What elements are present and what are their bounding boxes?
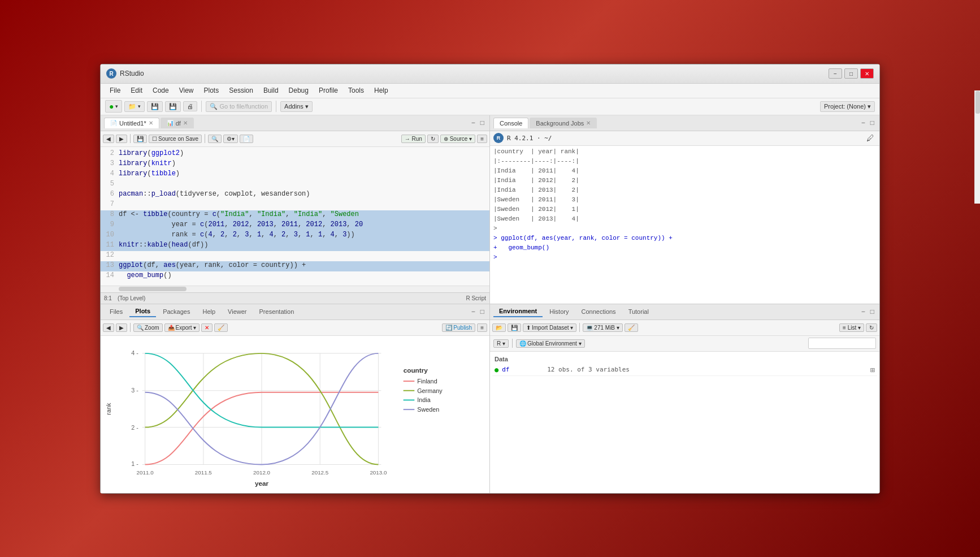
menu-help[interactable]: Help — [370, 85, 393, 96]
plots-menu-button[interactable]: ≡ — [477, 323, 487, 332]
refresh-button[interactable]: ↻ — [866, 323, 877, 332]
env-minimize[interactable]: − — [860, 308, 867, 316]
tab-untitled1[interactable]: 📄 Untitled1* ✕ — [104, 118, 159, 128]
menu-code[interactable]: Code — [148, 85, 174, 96]
window-controls: − □ ✕ — [829, 68, 874, 79]
svg-text:2012.5: 2012.5 — [311, 469, 329, 476]
scope-indicator: (Top Level) — [118, 295, 145, 301]
env-search-input[interactable] — [808, 338, 876, 349]
svg-text:2 -: 2 - — [131, 424, 138, 430]
tab-viewer[interactable]: Viewer — [222, 306, 252, 317]
memory-button[interactable]: 💻 271 MiB ▾ — [583, 323, 622, 332]
main-content: 📄 Untitled1* ✕ 📊 df ✕ − □ — [101, 115, 879, 493]
menu-profile[interactable]: Profile — [314, 85, 342, 96]
print-button[interactable]: 🖨 — [183, 101, 197, 111]
import-dataset-button[interactable]: ⬆ Import Dataset ▾ — [523, 323, 576, 332]
menu-view[interactable]: View — [175, 85, 198, 96]
clear-env-button[interactable]: 🧹 — [625, 323, 638, 332]
editor-tabs: 📄 Untitled1* ✕ 📊 df ✕ − □ — [101, 115, 489, 131]
editor-panel-controls: − □ — [470, 119, 486, 127]
env-toolbar: 📂 💾 ⬆ Import Dataset ▾ 💻 271 MiB ▾ 🧹 ≡ L… — [490, 320, 879, 336]
minimize-button[interactable]: − — [829, 68, 842, 79]
project-button[interactable]: Project: (None) ▾ — [820, 101, 875, 112]
svg-text:Germany: Germany — [417, 387, 443, 394]
console-line-4: |India | 2012| 2| — [493, 177, 876, 187]
addins-button[interactable]: Addins ▾ — [280, 101, 313, 112]
save-workspace-button[interactable]: 💾 — [508, 323, 521, 332]
go-to-file-button[interactable]: 🔍 Go to file/function — [206, 101, 272, 112]
plots-panel-controls: − □ — [470, 308, 486, 316]
code-line-13: 13 ggplot(df, aes(year, rank, color = co… — [101, 261, 489, 271]
menu-plots[interactable]: Plots — [200, 85, 224, 96]
console-minimize[interactable]: − — [860, 119, 867, 127]
code-line-10: 10 rank = c(4, 2, 2, 3, 1, 4, 2, 3, 1, 1… — [101, 231, 489, 241]
code-editor[interactable]: 2 library(ggplot2) 3 library(knitr) 4 li… — [101, 147, 489, 286]
run-button[interactable]: → Run — [401, 135, 426, 143]
tab-files[interactable]: Files — [104, 306, 128, 317]
tab-tutorial[interactable]: Tutorial — [623, 306, 654, 317]
menu-session[interactable]: Session — [224, 85, 258, 96]
editor-maximize[interactable]: □ — [479, 119, 486, 127]
maximize-button[interactable]: □ — [844, 68, 858, 79]
tab-console[interactable]: Console — [493, 118, 528, 128]
source-on-save-checkbox[interactable]: ☐ Source on Save — [149, 135, 202, 143]
find-button[interactable]: 🔍 — [208, 135, 222, 143]
menu-debug[interactable]: Debug — [284, 85, 313, 96]
tab-background-jobs[interactable]: Background Jobs ✕ — [530, 118, 597, 128]
env-maximize[interactable]: □ — [869, 308, 876, 316]
plots-minimize[interactable]: − — [470, 308, 477, 316]
tab-presentation[interactable]: Presentation — [254, 306, 300, 317]
close-bg-jobs[interactable]: ✕ — [586, 120, 591, 126]
tab-history[interactable]: History — [544, 306, 574, 317]
menu-build[interactable]: Build — [259, 85, 283, 96]
tab-connections[interactable]: Connections — [575, 306, 621, 317]
save-editor-button[interactable]: 💾 — [133, 135, 147, 143]
console-maximize[interactable]: □ — [869, 119, 876, 127]
tab-environment[interactable]: Environment — [493, 306, 543, 317]
new-file-button[interactable]: ● ▾ — [105, 100, 122, 113]
export-button[interactable]: 📤 Export ▾ — [164, 323, 200, 332]
save-all-button[interactable]: 💾 — [165, 101, 181, 112]
df-table-icon[interactable]: ⊞ — [870, 365, 875, 374]
scrollbar-thumb[interactable] — [119, 287, 187, 291]
close-button[interactable]: ✕ — [860, 68, 874, 79]
clear-plots-button[interactable]: 🧹 — [214, 323, 228, 332]
tab-help[interactable]: Help — [197, 306, 221, 317]
save-button[interactable]: 💾 — [147, 101, 163, 112]
tab-packages[interactable]: Packages — [157, 306, 196, 317]
menu-edit[interactable]: Edit — [126, 85, 147, 96]
env-panel: Environment History Connections Tutorial… — [490, 304, 879, 493]
code-tools-button[interactable]: ⚙▾ — [223, 135, 238, 143]
forward-button[interactable]: ▶ — [116, 135, 127, 143]
horizontal-scrollbar[interactable] — [101, 286, 489, 292]
plots-panel: Files Plots Packages Help Viewer Present… — [101, 304, 489, 493]
list-view-button[interactable]: ≡ List ▾ — [839, 323, 864, 332]
editor-menu-button[interactable]: ≡ — [477, 135, 487, 143]
open-file-button[interactable]: 📁▾ — [124, 101, 145, 112]
load-workspace-button[interactable]: 📂 — [492, 323, 506, 332]
tab-plots[interactable]: Plots — [129, 306, 156, 317]
source-button[interactable]: ⊕ Source ▾ — [440, 135, 475, 143]
console-tabs: Console Background Jobs ✕ − □ — [490, 115, 879, 131]
back-button[interactable]: ◀ — [103, 135, 114, 143]
forward-plot-button[interactable]: ▶ — [116, 323, 127, 332]
plots-maximize[interactable]: □ — [479, 308, 486, 316]
remove-plot-button[interactable]: ✕ — [201, 323, 213, 332]
zoom-button[interactable]: 🔍 Zoom — [133, 323, 163, 332]
publish-button[interactable]: 🔄 Publish — [442, 323, 475, 332]
r-console-button[interactable]: R ▾ — [493, 339, 509, 348]
back-plot-button[interactable]: ◀ — [103, 323, 114, 332]
close-untitled1[interactable]: ✕ — [149, 120, 153, 126]
editor-minimize[interactable]: − — [470, 119, 477, 127]
menu-file[interactable]: File — [105, 85, 125, 96]
re-run-button[interactable]: ↻ — [427, 135, 439, 143]
menu-tools[interactable]: Tools — [344, 85, 368, 96]
close-df[interactable]: ✕ — [183, 120, 188, 126]
clear-console-button[interactable]: 🖊 — [865, 133, 876, 143]
tab-df[interactable]: 📊 df ✕ — [161, 118, 194, 128]
compile-button[interactable]: 📄 — [240, 135, 253, 143]
r-version-label: R 4.2.1 · ~/ — [507, 135, 552, 142]
separator-2 — [276, 101, 276, 112]
global-env-dropdown[interactable]: 🌐 Global Environment ▾ — [516, 339, 585, 348]
console-output[interactable]: |country | year| rank| |:--------|----:|… — [490, 146, 879, 304]
